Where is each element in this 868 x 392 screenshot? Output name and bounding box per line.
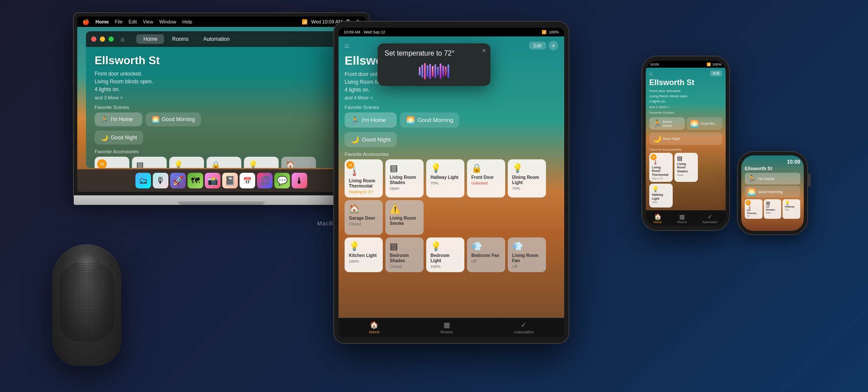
acc-front-door[interactable]: 🔒 Front Door Unlocked xyxy=(207,157,241,168)
tab-home[interactable]: Home xyxy=(136,34,164,44)
edit-menu[interactable]: Edit xyxy=(128,19,137,24)
ipad-edit-button[interactable]: Edit xyxy=(529,42,546,49)
scene-tile-good-morning[interactable]: 🌅 Good Morning xyxy=(146,112,201,126)
file-menu[interactable]: File xyxy=(115,19,123,24)
watch-good-morning-label: Good Morning xyxy=(758,190,783,194)
ipad-acc-bedroom-fan[interactable]: 💨 Bedroom Fan Off xyxy=(467,237,505,272)
iphone-tab-home[interactable]: 🏠 Home xyxy=(654,213,662,224)
ipad-thermostat-name: Living Room Thermostat xyxy=(349,178,378,189)
acc-thermostat[interactable]: 72 🌡️ Living Room Thermostat Heat to 72° xyxy=(95,157,129,168)
ipad-bedroom-fan-name: Bedroom Fan xyxy=(471,253,501,258)
view-menu[interactable]: View xyxy=(143,19,153,24)
fullscreen-button[interactable] xyxy=(108,36,114,42)
ipad-tab-automation[interactable]: ✓ Automation xyxy=(514,321,534,334)
ipad-acc-smoke[interactable]: ⚠️ Living Room Smoke xyxy=(385,200,424,235)
apple-watch: 10:09 Ellsworth St 🏃 I'm Home 🌅 Good Mor… xyxy=(738,152,807,234)
iphone-acc-thermostat[interactable]: 72 🌡️ Living Room Thermostat Htg to 72° xyxy=(649,153,673,182)
finder-icon[interactable]: 🗂 xyxy=(135,173,151,188)
iphone-content: ⌂ Edit Ellsworth St Front door unlocked.… xyxy=(646,68,726,210)
acc-hallway-light[interactable]: 💡 Hallway Light 70% xyxy=(169,157,204,168)
mac-body-content: Ellsworth St Front door unlocked. Living… xyxy=(95,54,348,168)
iphone-tab-automation[interactable]: ✓ Automation xyxy=(703,213,718,224)
help-menu[interactable]: Help xyxy=(182,19,192,24)
photos-icon[interactable]: 📸 xyxy=(205,173,220,188)
ipad-lr-fan-icon: 💨 xyxy=(512,241,542,251)
ipad-acc-bedroom-light[interactable]: 💡 Bedroom Light 100% xyxy=(426,237,464,272)
calendar-icon[interactable]: 📅 xyxy=(240,173,255,188)
iphone-accessories-label: Favorite Accessories xyxy=(649,148,722,152)
ipad-scene-good-night[interactable]: 🌙 Good Night xyxy=(345,132,397,147)
acc-lr-shades[interactable]: ▤ Living Room Shades Open xyxy=(132,157,167,168)
watch-acc-thermostat[interactable]: 72 🌡️ LR Thermo 72° xyxy=(745,199,763,219)
apple-menu-icon[interactable]: 🍎 xyxy=(82,19,89,25)
ipad-hallway-light-status: 70% xyxy=(431,181,460,185)
ipad-bedroom-fan-status: Off xyxy=(471,259,501,264)
mac-more-link[interactable]: and 3 More > xyxy=(95,95,348,100)
iphone-scene-good-morning[interactable]: 🌅 Good Mo... xyxy=(687,117,722,130)
iphone-more-link[interactable]: and 1 More > xyxy=(649,105,722,109)
ipad-acc-bedroom-shades[interactable]: ▤ Bedroom Shades Closed xyxy=(385,237,424,272)
siri-bar-7 xyxy=(434,64,436,78)
ipad-bedroom-light-status: 100% xyxy=(431,264,460,269)
iphone-tab-rooms[interactable]: ▦ Rooms xyxy=(677,213,687,224)
ipad-scene-im-home[interactable]: 🏃 I'm Home xyxy=(345,112,397,128)
ipad-scene-good-morning[interactable]: 🌅 Good Morning xyxy=(400,112,459,128)
ipad-sub-3: 4 lights on. xyxy=(345,86,558,94)
music-icon[interactable]: 🎵 xyxy=(257,173,273,188)
iphone-scene-good-night[interactable]: 🌙 Good Night xyxy=(649,132,722,145)
mac-accessories-label: Favorite Accessories xyxy=(95,149,348,154)
minimize-button[interactable] xyxy=(100,36,105,42)
tab-automation[interactable]: Automation xyxy=(197,34,237,44)
ipad-add-button[interactable]: + xyxy=(549,41,558,50)
ipad-more-link[interactable]: and 4 More > xyxy=(345,95,558,100)
launchpad-icon[interactable]: 🚀 xyxy=(170,173,186,188)
iphone-good-morning-label: Good Mo... xyxy=(700,122,717,125)
tab-rooms[interactable]: Rooms xyxy=(165,34,195,44)
scene-tile-im-home[interactable]: 🏃 I'm Home xyxy=(95,112,142,126)
app-name-menu[interactable]: Home xyxy=(95,19,109,24)
ipad-acc-hallway-light[interactable]: 💡 Hallway Light 70% xyxy=(426,159,464,198)
ipad-scenes-row: 🏃 I'm Home 🌅 Good Morning xyxy=(345,112,558,128)
close-button[interactable] xyxy=(91,36,96,42)
ipad-garage-door-icon: 🏠 xyxy=(349,204,378,214)
iphone-edit-button[interactable]: Edit xyxy=(710,70,722,76)
iphone-hallway-light-name: Hallway Light xyxy=(652,193,670,201)
ipad-thermostat-icon: 🌡️ xyxy=(349,166,378,177)
watch-title: Ellsworth St xyxy=(745,166,800,171)
watch-acc-hallway[interactable]: 💡 Hallway 75% xyxy=(783,199,800,219)
ipad-acc-thermostat[interactable]: 72 🌡️ Living Room Thermostat Heating to … xyxy=(345,159,383,198)
mac-scenes-label: Favorite Scenes xyxy=(95,105,348,110)
siri-close-button[interactable]: × xyxy=(482,47,486,55)
siri-dock-icon[interactable]: 🎙 xyxy=(153,173,168,188)
ipad-bedroom-light-name: Bedroom Light xyxy=(431,253,460,264)
watch-shades-name: LR Shades xyxy=(766,205,779,211)
ipad-accessories-row1: 72 🌡️ Living Room Thermostat Heating to … xyxy=(345,159,558,235)
iphone-scene-arrive-home[interactable]: 🏃 Arrive Home xyxy=(649,117,685,130)
siri-bar-8 xyxy=(437,67,439,76)
watch-scene-im-home[interactable]: 🏃 I'm Home xyxy=(745,173,800,184)
ipad-acc-lr-fan[interactable]: 💨 Living Room Fan Off xyxy=(508,237,546,272)
ipad-acc-lr-shades[interactable]: ▤ Living Room Shades Open xyxy=(385,159,424,198)
ipad-tab-home[interactable]: 🏠 Home xyxy=(369,321,379,334)
watch-acc-shades[interactable]: ▤ LR Shades Open xyxy=(764,199,782,219)
acc-garage-door[interactable]: 🏠 Garage Door Closed xyxy=(281,157,316,168)
scene-tile-good-night[interactable]: 🌙 Good Night xyxy=(95,131,143,145)
watch-scene-good-morning[interactable]: 🌅 Good Morning xyxy=(745,186,800,198)
ipad-acc-front-door[interactable]: 🔒 Front Door Unlocked xyxy=(467,159,505,198)
notes-icon[interactable]: 📓 xyxy=(222,173,238,188)
ipad-acc-dining-light[interactable]: 💡 Dining Room Light 70% xyxy=(508,159,546,198)
messages-icon[interactable]: 💬 xyxy=(274,173,290,188)
ipad-bedroom-shades-name: Bedroom Shades xyxy=(390,253,419,264)
ipad-acc-kitchen-light[interactable]: 💡 Kitchen Light 100% xyxy=(345,237,383,272)
acc-dining-light[interactable]: 💡 Dining Room Light 70% xyxy=(244,157,279,168)
iphone-acc-hallway-light[interactable]: 💡 Hallway Light 75% xyxy=(649,184,673,208)
window-menu[interactable]: Window xyxy=(159,19,176,24)
watch-crown[interactable] xyxy=(807,174,811,187)
iphone-acc-lr-shades[interactable]: ▤ Living Room Shades Open xyxy=(674,153,698,182)
ipad-acc-garage-door[interactable]: 🏠 Garage Door Closed xyxy=(345,200,383,235)
maps-icon[interactable]: 🗺 xyxy=(187,173,203,188)
ipad-tab-rooms[interactable]: ▦ Rooms xyxy=(441,321,453,334)
good-night-icon: 🌙 xyxy=(101,134,108,141)
ipad-front-door-name: Front Door xyxy=(471,175,501,180)
thermometer-icon[interactable]: 🌡 xyxy=(292,173,307,188)
